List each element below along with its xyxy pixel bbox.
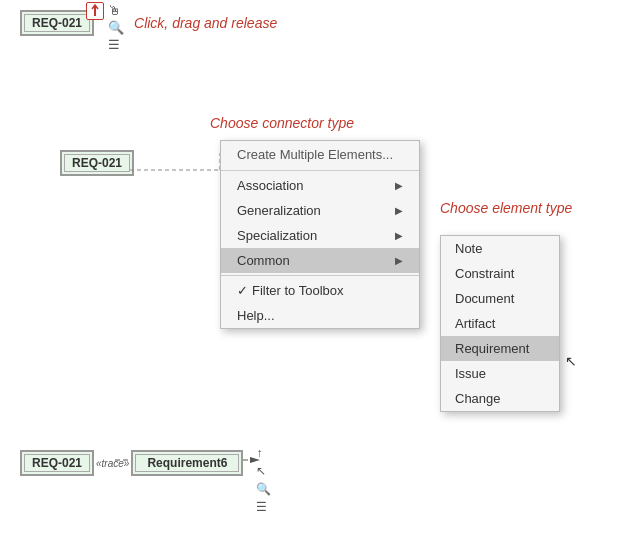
middle-req-box: REQ-021	[60, 150, 134, 176]
submenu-item-document[interactable]: Document	[441, 286, 559, 311]
menu-item-help[interactable]: Help...	[221, 303, 419, 328]
top-box-container: REQ-021 🖱 🔍 ☰	[20, 10, 94, 36]
menu-item-specialization[interactable]: Specialization ▶	[221, 223, 419, 248]
menu-item-generalization[interactable]: Generalization ▶	[221, 198, 419, 223]
bottom-req-label: REQ-021	[32, 456, 82, 470]
requirement6-container: Requirement6 ↑ ↖ 🔍 ☰	[131, 450, 243, 476]
cursor-icon: 🖱	[108, 4, 124, 17]
drag-arrow-icon[interactable]	[86, 2, 104, 20]
context-menu: Create Multiple Elements... Association …	[220, 140, 420, 329]
middle-req-label: REQ-021	[72, 156, 122, 170]
middle-req-label-box: REQ-021	[60, 150, 134, 176]
generalization-arrow-icon: ▶	[395, 205, 403, 216]
common-arrow-icon: ▶	[395, 255, 403, 266]
submenu-item-issue[interactable]: Issue	[441, 361, 559, 386]
menu-item-create-multiple[interactable]: Create Multiple Elements...	[221, 141, 419, 168]
bottom-right-icons: ↑ ↖ 🔍 ☰	[256, 446, 271, 514]
checkmark-icon: ✓	[237, 283, 248, 298]
submenu-item-constraint[interactable]: Constraint	[441, 261, 559, 286]
menu-icon: ☰	[108, 38, 124, 51]
choose-element-text: Choose element type	[440, 200, 572, 216]
bottom-cursor-icon: ↖	[256, 464, 271, 478]
bottom-area: REQ-021 «trace» Requirement6 ↑ ↖ 🔍 ☰	[20, 450, 243, 476]
top-req-label: REQ-021	[32, 16, 82, 30]
specialization-arrow-icon: ▶	[395, 230, 403, 241]
choose-connector-text: Choose connector type	[210, 115, 354, 131]
top-req-box: REQ-021	[20, 10, 94, 36]
menu-divider-2	[221, 275, 419, 276]
submenu-item-change[interactable]: Change	[441, 386, 559, 411]
bottom-menu-icon: ☰	[256, 500, 271, 514]
requirement6-label: Requirement6	[147, 456, 227, 470]
submenu-item-note[interactable]: Note	[441, 236, 559, 261]
menu-item-filter-toolbox[interactable]: ✓ Filter to Toolbox	[221, 278, 419, 303]
bottom-arrow-icon: ↑	[256, 446, 271, 460]
menu-item-association[interactable]: Association ▶	[221, 173, 419, 198]
trace-label: «trace»	[96, 458, 129, 469]
zoom-icon: 🔍	[108, 21, 124, 34]
requirement6-box: Requirement6	[131, 450, 243, 476]
menu-divider-1	[221, 170, 419, 171]
submenu: Note Constraint Document Artifact Requir…	[440, 235, 560, 412]
bottom-req-box: REQ-021	[20, 450, 94, 476]
submenu-item-artifact[interactable]: Artifact	[441, 311, 559, 336]
top-side-icons: 🖱 🔍 ☰	[108, 4, 124, 51]
click-drag-text: Click, drag and release	[134, 15, 277, 31]
association-arrow-icon: ▶	[395, 180, 403, 191]
bottom-zoom-icon: 🔍	[256, 482, 271, 496]
menu-item-common[interactable]: Common ▶	[221, 248, 419, 273]
top-area: REQ-021 🖱 🔍 ☰ Click, drag and release	[20, 10, 277, 36]
mouse-cursor-icon: ↖	[565, 353, 577, 369]
submenu-item-requirement[interactable]: Requirement	[441, 336, 559, 361]
